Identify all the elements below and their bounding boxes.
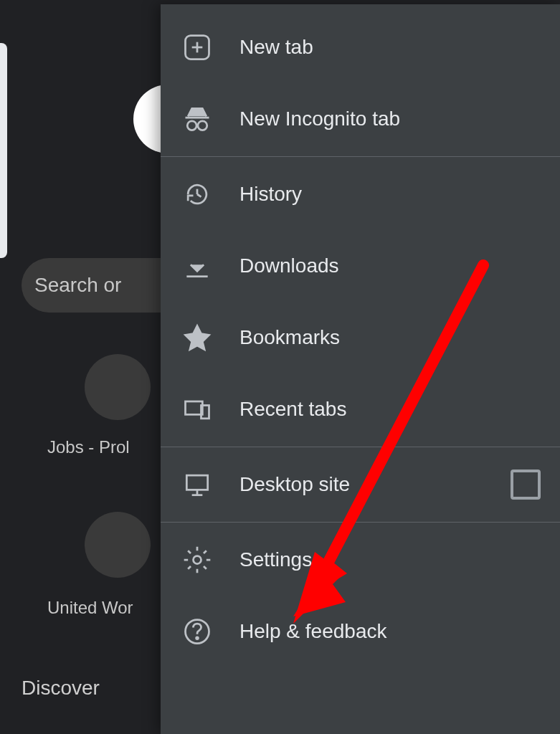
star-icon [181,321,214,354]
menu-item-label: Downloads [239,254,541,277]
menu-divider [161,522,560,523]
menu-item-settings[interactable]: Settings [161,524,560,596]
menu-item-label: Settings [239,548,541,571]
plus-square-icon [181,31,214,64]
menu-item-new-incognito-tab[interactable]: New Incognito tab [161,83,560,155]
shortcut-label: Jobs - Prol [47,437,130,457]
svg-marker-10 [186,326,209,350]
menu-item-bookmarks[interactable]: Bookmarks [161,302,560,373]
svg-point-16 [194,556,201,564]
search-placeholder: Search or [34,274,121,297]
menu-divider [161,156,560,157]
history-icon [181,178,214,211]
svg-point-5 [198,121,207,130]
gear-icon [181,543,214,576]
devices-icon [181,393,214,426]
svg-line-8 [197,194,201,197]
shortcut-tile[interactable] [85,512,151,578]
menu-item-label: History [239,183,541,206]
menu-item-label: Bookmarks [239,326,541,349]
shortcut-label: United Wor [47,598,133,618]
menu-item-label: Recent tabs [239,398,541,421]
menu-item-recent-tabs[interactable]: Recent tabs [161,373,560,445]
svg-point-4 [187,121,196,130]
discover-heading: Discover [22,677,100,700]
svg-rect-13 [186,475,207,490]
download-icon [181,249,214,282]
incognito-icon [181,103,214,135]
overflow-menu: New tab New Incognito tab History [161,4,560,734]
menu-item-label: Desktop site [239,473,511,496]
desktop-site-checkbox[interactable] [511,470,541,500]
svg-rect-11 [186,401,203,414]
screen-edge [0,43,7,258]
menu-item-desktop-site[interactable]: Desktop site [161,449,560,520]
menu-item-history[interactable]: History [161,158,560,230]
desktop-icon [181,468,214,501]
shortcut-tile[interactable] [85,354,151,420]
menu-item-label: Help & feedback [239,620,541,643]
menu-divider [161,447,560,447]
menu-item-new-tab[interactable]: New tab [161,11,560,83]
menu-item-downloads[interactable]: Downloads [161,230,560,302]
help-icon [181,615,214,648]
menu-item-label: New Incognito tab [239,108,541,130]
menu-item-help-feedback[interactable]: Help & feedback [161,596,560,667]
svg-point-18 [196,637,199,639]
menu-item-label: New tab [239,36,541,59]
